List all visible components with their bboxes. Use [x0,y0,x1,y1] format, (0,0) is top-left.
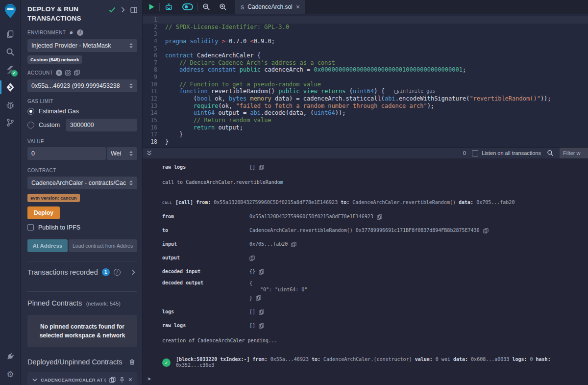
close-icon[interactable]: × [128,377,132,383]
split-view-icon[interactable] [130,7,137,13]
estimated-gas-radio[interactable] [27,108,34,115]
run-script-icon[interactable] [143,3,159,10]
pinned-empty-message: No pinned contracts found for selected w… [27,315,137,347]
copy-icon[interactable] [109,377,116,383]
custom-gas-radio[interactable] [27,122,34,128]
debugger-icon[interactable] [0,96,21,114]
line-number: 9 [143,74,165,81]
environment-select[interactable]: Injected Provider - MetaMask [27,39,137,52]
value-unit-select[interactable]: Wei [107,147,137,160]
tx-detail-row[interactable]: decoded input{} [162,269,588,275]
code-line: 14 uint64 output = abi.decode(data, (uin… [143,109,588,117]
close-tab-icon[interactable] [296,2,300,11]
edit-icon[interactable] [65,70,71,76]
custom-gas-input[interactable]: 3000000 [66,119,137,131]
code-line: 15 // Return random value [143,117,588,124]
at-address-input[interactable] [69,239,137,252]
pinned-contracts-title: Pinned Contracts [27,299,82,307]
code-line: 4pragma solidity >=0.7.0 <0.9.0; [143,38,588,45]
line-number: 16 [143,124,165,131]
copy-icon[interactable] [259,165,264,170]
chevron-updown-icon [129,180,133,186]
search-icon[interactable] [0,43,21,61]
estimated-gas-label: Estimated Gas [39,108,79,115]
code-line: 2// SPDX-License-Identifier: GPL-3.0 [143,24,588,31]
at-address-button[interactable]: At Address [27,239,68,252]
terminal-filter-input[interactable] [560,148,588,158]
deploy-run-panel: DEPLOY & RUN TRANSACTIONS ENVIRONMENT [21,0,142,385]
terminal-message[interactable]: call to CadenceArchCaler.revertibleRando… [162,180,588,185]
copy-icon[interactable] [259,269,264,275]
publish-ipfs-checkbox[interactable] [27,224,34,231]
deploy-run-icon[interactable] [0,78,21,96]
terminal: 0 Listen on all transactions raw logs[]c… [143,147,588,385]
copy-icon[interactable] [259,323,264,329]
chevron-down-icon[interactable] [32,378,37,382]
tx-detail-row[interactable]: logs[] [162,309,588,315]
terminal-message[interactable]: creation of CadenceArchCaler pending... [162,338,588,344]
code-line: 9 [143,74,588,81]
tx-detail-row[interactable]: decoded output{"0": "uint64: 0"} [162,280,588,301]
terminal-search-icon[interactable] [547,150,554,156]
remix-logo-icon[interactable] [3,3,18,20]
listen-all-checkbox[interactable] [472,150,478,156]
zoom-out-icon[interactable] [198,3,215,11]
code-line: 3 [143,30,588,38]
line-number: 10 [143,81,165,88]
file-explorer-icon[interactable] [0,26,21,43]
plugin-manager-icon[interactable] [0,348,21,365]
zoom-in-icon[interactable] [215,3,231,11]
copy-icon[interactable] [483,228,489,233]
chevron-right-icon[interactable] [131,269,135,275]
copilot-toggle-icon[interactable] [178,3,197,10]
copy-icon[interactable] [249,256,255,261]
tx-detail-row[interactable]: output [162,255,588,261]
tx-detail-row[interactable]: toCadenceArchCaler.revertibleRandom() 0x… [162,228,588,233]
publish-ipfs-label: Publish to IPFS [38,224,80,231]
solidity-compiler-icon[interactable]: ✓ [0,61,21,78]
contract-select[interactable]: CadenceArchCaler - contracts/Cac [27,177,137,189]
pending-tx-count: 0 [463,150,466,156]
copy-icon[interactable] [291,242,296,247]
deploy-button[interactable]: Deploy [27,206,60,219]
git-icon[interactable] [0,114,21,131]
tab-cadencearch-sol[interactable]: CadenceArch.sol [235,0,305,14]
info-icon[interactable]: i [114,269,121,276]
transactions-recorded-row[interactable]: Transactions recorded 1 i [27,261,137,283]
tx-detail-row[interactable]: raw logs[] [162,323,588,329]
code-line: 5 [143,45,588,52]
add-account-icon[interactable]: + [56,70,62,76]
chevron-updown-icon [129,43,133,49]
trash-icon[interactable] [129,359,135,365]
listen-all-row: Listen on all transactions [472,150,541,156]
plug-icon[interactable] [69,30,74,35]
chevron-right-icon[interactable] [121,7,125,13]
editor: CadenceArch.sol 12// SPDX-License-Identi… [143,0,588,147]
transactions-recorded-label: Transactions recorded [27,268,98,276]
deployed-contract-card: CADENCEARCHCALER AT 0X37789996691C171BF8… [27,372,137,385]
settings-icon[interactable]: ⚙ [0,365,21,383]
remix-ide: ✓ ⚙ [0,0,588,385]
panel-title: DEPLOY & RUN TRANSACTIONS [27,5,101,24]
terminal-log: raw logs[]call to CadenceArchCaler.rever… [143,158,588,385]
call-summary-row[interactable]: call[call] from: 0x55a1320D432759960C5Df… [162,200,588,206]
account-select[interactable]: 0x55a...46923 (999.9999453238 [27,79,137,92]
info-icon[interactable]: i [77,29,83,36]
block-summary-row[interactable]: ✓[block:5033220 txIndex:-] from: 0x55a..… [162,357,588,368]
copy-icon[interactable] [377,214,382,220]
value-input[interactable]: 0 [27,147,106,160]
copy-icon[interactable] [259,309,264,315]
code-editor[interactable]: 12// SPDX-License-Identifier: GPL-3.034p… [143,14,588,147]
line-number: 18 [143,138,165,146]
tx-detail-row[interactable]: from0x55a1320D432759960C5Df0215a8dF78e1E… [162,214,588,220]
tx-detail-row[interactable]: input0x705...fab20 [162,241,588,247]
account-label: ACCOUNT [27,70,53,76]
collapse-terminal-icon[interactable] [147,150,152,156]
tx-detail-row[interactable]: raw logs[] [162,164,588,170]
copy-icon[interactable] [74,70,80,76]
ai-copilot-icon[interactable] [160,3,178,11]
terminal-prompt[interactable]: > [147,376,151,382]
success-check-icon: ✓ [162,359,171,367]
copy-icon[interactable] [256,295,261,301]
pin-icon[interactable] [119,377,125,383]
